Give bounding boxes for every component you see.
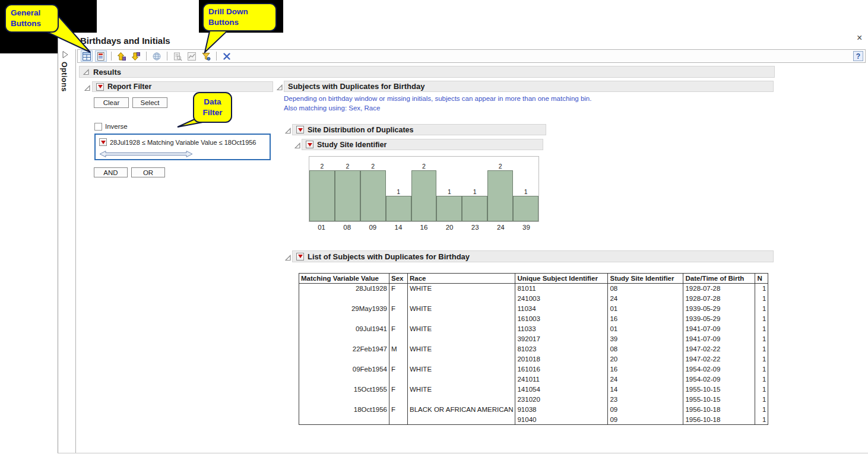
- table-cell[interactable]: 1: [755, 364, 768, 374]
- select-button[interactable]: Select: [132, 97, 167, 108]
- histogram-bar[interactable]: [335, 170, 360, 221]
- sidebar-expand-chevron-icon[interactable]: [62, 50, 69, 61]
- table-cell[interactable]: 141054: [515, 385, 608, 395]
- table-cell[interactable]: M: [389, 344, 408, 354]
- table-cell[interactable]: WHITE: [408, 385, 515, 395]
- table-cell[interactable]: [299, 374, 389, 385]
- table-cell[interactable]: 14: [608, 385, 683, 395]
- table-cell[interactable]: 08: [608, 284, 683, 294]
- column-header[interactable]: Sex: [389, 274, 408, 284]
- table-cell[interactable]: 01: [608, 304, 683, 314]
- table-cell[interactable]: F: [389, 324, 408, 334]
- table-cell[interactable]: F: [389, 364, 408, 374]
- red-triangle-menu-icon[interactable]: [99, 138, 107, 146]
- table-cell[interactable]: [299, 395, 389, 405]
- close-icon[interactable]: ×: [857, 34, 862, 42]
- table-cell[interactable]: 1: [755, 324, 768, 334]
- table-cell[interactable]: 39: [608, 334, 683, 344]
- table-cell[interactable]: 09: [608, 405, 683, 415]
- table-cell[interactable]: 1928-07-28: [683, 284, 755, 294]
- table-cell[interactable]: [408, 415, 515, 425]
- table-cell[interactable]: 15Oct1955: [299, 385, 389, 395]
- or-button[interactable]: OR: [131, 167, 165, 177]
- table-cell[interactable]: 22Feb1947: [299, 344, 389, 354]
- table-cell[interactable]: [389, 334, 408, 344]
- table-cell[interactable]: [389, 294, 408, 304]
- table-cell[interactable]: 1: [755, 385, 768, 395]
- table-cell[interactable]: [408, 374, 515, 385]
- filter-icon[interactable]: [200, 50, 212, 62]
- table-cell[interactable]: [408, 395, 515, 405]
- table-cell[interactable]: [299, 354, 389, 364]
- red-triangle-menu-icon[interactable]: [296, 253, 304, 261]
- table-cell[interactable]: 1: [755, 284, 768, 294]
- table-cell[interactable]: 08: [608, 344, 683, 354]
- table-cell[interactable]: 01: [608, 324, 683, 334]
- drill-down-icon[interactable]: [130, 50, 142, 62]
- table-cell[interactable]: 11033: [515, 324, 608, 334]
- disclosure-icon[interactable]: [84, 83, 91, 90]
- table-cell[interactable]: 1941-07-09: [683, 334, 755, 344]
- disclosure-icon[interactable]: [285, 126, 292, 132]
- range-slider[interactable]: [99, 150, 193, 158]
- table-cell[interactable]: 1947-02-22: [683, 354, 755, 364]
- table-cell[interactable]: [408, 354, 515, 364]
- table-cell[interactable]: 09Jul1941: [299, 324, 389, 334]
- table-cell[interactable]: 1: [755, 294, 768, 304]
- table-cell[interactable]: [299, 294, 389, 304]
- table-cell[interactable]: 231020: [515, 395, 608, 405]
- table-cell[interactable]: 1: [755, 405, 768, 415]
- table-cell[interactable]: WHITE: [408, 324, 515, 334]
- histogram-bar[interactable]: [411, 170, 437, 221]
- clear-button[interactable]: Clear: [94, 97, 129, 108]
- table-cell[interactable]: 91038: [515, 405, 608, 415]
- table-cell[interactable]: [299, 314, 389, 324]
- table-cell[interactable]: 20: [608, 354, 683, 364]
- table-cell[interactable]: F: [389, 284, 408, 294]
- table-cell[interactable]: WHITE: [408, 284, 515, 294]
- options-tab[interactable]: Options: [60, 62, 68, 92]
- disclosure-icon[interactable]: [83, 69, 90, 75]
- column-header[interactable]: Study Site Identifier: [608, 274, 683, 284]
- table-cell[interactable]: 1928-07-28: [683, 294, 755, 304]
- table-cell[interactable]: F: [389, 405, 408, 415]
- table-cell[interactable]: [389, 374, 408, 385]
- histogram-bar[interactable]: [309, 170, 335, 221]
- table-cell[interactable]: 1: [755, 344, 768, 354]
- column-header[interactable]: Unique Subject Identifier: [515, 274, 608, 284]
- table-cell[interactable]: 29May1939: [299, 304, 389, 314]
- column-header[interactable]: Date/Time of Birth: [683, 274, 755, 284]
- table-cell[interactable]: [299, 415, 389, 425]
- report-icon[interactable]: [81, 50, 93, 62]
- table-cell[interactable]: 1954-02-09: [683, 374, 755, 385]
- table-cell[interactable]: [389, 314, 408, 324]
- table-cell[interactable]: 1955-10-15: [683, 385, 755, 395]
- table-cell[interactable]: 1: [755, 314, 768, 324]
- table-cell[interactable]: 1: [755, 304, 768, 314]
- table-cell[interactable]: 81011: [515, 284, 608, 294]
- table-cell[interactable]: 201018: [515, 354, 608, 364]
- table-cell[interactable]: 1: [755, 354, 768, 364]
- table-cell[interactable]: 23: [608, 395, 683, 405]
- table-cell[interactable]: [408, 314, 515, 324]
- table-cell[interactable]: 1947-02-22: [683, 344, 755, 354]
- table-cell[interactable]: WHITE: [408, 304, 515, 314]
- help-icon[interactable]: ?: [853, 51, 863, 61]
- table-cell[interactable]: 1: [755, 395, 768, 405]
- view-data-icon[interactable]: [172, 50, 183, 62]
- table-cell[interactable]: [408, 294, 515, 304]
- table-cell[interactable]: 28Jul1928: [299, 284, 389, 294]
- table-cell[interactable]: 1954-02-09: [683, 364, 755, 374]
- histogram-bar[interactable]: [487, 170, 513, 221]
- histogram-bar[interactable]: [386, 196, 411, 221]
- table-cell[interactable]: [408, 334, 515, 344]
- column-header[interactable]: N: [755, 274, 768, 284]
- table-cell[interactable]: 11034: [515, 304, 608, 314]
- table-cell[interactable]: 16: [608, 314, 683, 324]
- table-cell[interactable]: 24: [608, 374, 683, 385]
- globe-icon[interactable]: [151, 50, 163, 62]
- table-cell[interactable]: 1956-10-18: [683, 405, 755, 415]
- table-cell[interactable]: [299, 334, 389, 344]
- disclosure-icon[interactable]: [285, 253, 292, 259]
- table-cell[interactable]: [389, 415, 408, 425]
